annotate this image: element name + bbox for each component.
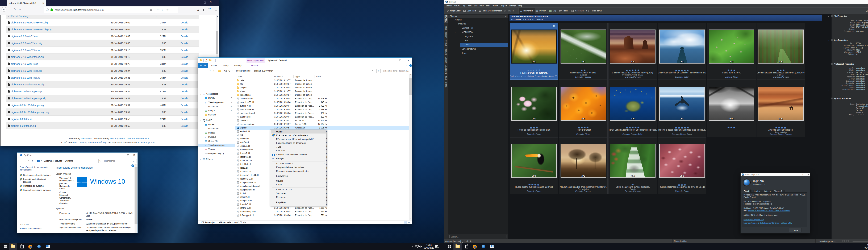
svg-text:1: 1 bbox=[437, 247, 438, 248]
